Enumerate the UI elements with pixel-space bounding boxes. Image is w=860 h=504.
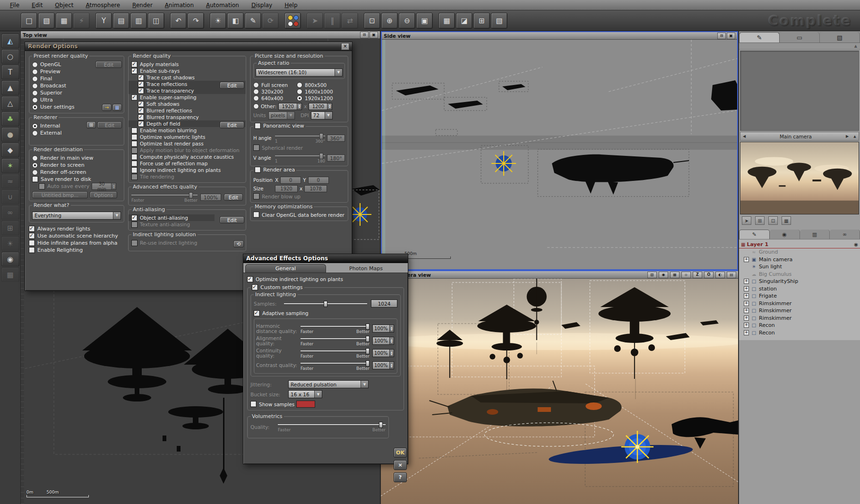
renderer-edit-button[interactable]: Edit — [97, 121, 122, 128]
side-view-titlebar[interactable]: Side view ⊡▣ — [382, 32, 737, 40]
expand-icon[interactable]: + — [744, 330, 749, 335]
preset-radio[interactable]: Ultra — [32, 96, 121, 103]
camera-view-titlebar[interactable]: Camera view ▧◉▦▫ZO◐▤ — [381, 271, 738, 279]
display-mode-icon[interactable]: ▧ — [647, 272, 657, 278]
antialiasing-checkbox[interactable]: Object anti-aliasing — [129, 214, 215, 221]
sidebar-tab[interactable]: ▭ — [780, 32, 820, 43]
expand-icon[interactable]: + — [744, 257, 749, 262]
toolbar-button[interactable]: □ — [21, 13, 37, 29]
scene-object-row[interactable]: + □ Rimskimmer — [739, 315, 860, 322]
optimize-plants-checkbox[interactable]: Optimize indirect lighting on plants — [247, 276, 404, 282]
area-width-spinner[interactable]: 1920 — [275, 185, 298, 192]
scene-object-row[interactable]: + □ Recon — [739, 322, 860, 329]
render-area-checkbox[interactable]: Render area — [255, 167, 295, 173]
quality-checkbox[interactable]: Enable super-sampling — [131, 94, 243, 101]
scene-object-row[interactable]: + ☁ Big Cumulus — [739, 271, 860, 278]
properties-panel[interactable] — [740, 51, 859, 131]
toolbar-button[interactable]: ⇄ — [342, 13, 358, 29]
camera-preview[interactable] — [740, 142, 859, 214]
aspect-tab[interactable]: ▥ — [800, 230, 830, 239]
expand-icon[interactable]: + — [744, 308, 749, 313]
quality-checkbox[interactable]: Trace cast shadows — [131, 74, 243, 81]
toolbar-button[interactable]: ✎ — [245, 13, 261, 29]
toolbar-button[interactable]: ⚡ — [73, 13, 90, 29]
viewport-titlebar-icon[interactable]: ⊡ — [360, 32, 369, 38]
aspect-tab[interactable]: ◉ — [770, 230, 800, 239]
preview-button[interactable]: ⊞ — [755, 216, 765, 225]
toolbar-button[interactable]: ➤ — [307, 13, 323, 29]
expand-icon[interactable]: + — [744, 301, 749, 306]
collapse-preview-icon[interactable]: ▲ — [851, 135, 859, 138]
preset-radio[interactable]: Final — [32, 75, 121, 82]
v-angle-slider[interactable] — [275, 153, 325, 159]
panoramic-checkbox[interactable]: Panoramic view — [255, 123, 304, 129]
preset-radio[interactable]: Preview — [32, 68, 121, 75]
autosave-checkbox[interactable]: Auto save every 30 min▲▼ — [32, 183, 121, 190]
custom-settings-checkbox[interactable]: Custom settings — [252, 284, 303, 290]
sidebar-tab[interactable]: ✎ — [739, 32, 780, 43]
tool-button[interactable]: ≈ — [1, 174, 19, 188]
tool-button[interactable]: ◉ — [1, 252, 19, 266]
tool-button[interactable]: △ — [1, 96, 19, 111]
destination-radio[interactable]: Render to screen — [32, 162, 121, 169]
toolbar-button[interactable]: Y — [95, 13, 112, 29]
tool-button[interactable]: ▦ — [1, 267, 19, 282]
expand-icon[interactable]: + — [744, 323, 749, 328]
tool-button[interactable]: ○ — [1, 49, 19, 64]
expand-icon[interactable]: + — [744, 279, 749, 284]
menu-item[interactable]: Animation — [159, 2, 200, 9]
display-mode-icon[interactable]: O — [704, 272, 714, 278]
preview-button[interactable]: ▦ — [782, 216, 791, 225]
quality-slider[interactable] — [301, 348, 370, 354]
menu-item[interactable]: Object — [49, 2, 79, 9]
resolution-radio[interactable]: Full screen — [253, 82, 297, 88]
render-flag-checkbox[interactable]: Hide infinite planes from alpha — [29, 239, 124, 247]
refresh-indirect-icon[interactable]: ⟲ — [233, 240, 244, 248]
network-render-icon[interactable]: ⊞ — [86, 121, 96, 128]
expand-icon[interactable]: + — [744, 286, 749, 291]
quality-checkbox[interactable]: Blurred reflections — [131, 107, 243, 114]
aspect-tab[interactable]: ∞ — [830, 230, 860, 239]
adaptive-sampling-checkbox[interactable]: Adaptive sampling — [254, 310, 397, 316]
destination-radio[interactable]: Render off-screen — [32, 169, 121, 176]
quality-checkbox[interactable]: Compute physically accurate caustics — [131, 154, 243, 160]
help-button[interactable]: ? — [394, 472, 407, 482]
samples-value[interactable]: 1024 — [371, 299, 397, 308]
tool-button[interactable]: ✶ — [1, 158, 19, 173]
expand-icon[interactable]: + — [744, 293, 749, 299]
tool-button[interactable]: ⊞ — [1, 221, 19, 235]
dialog-tab[interactable]: General — [245, 264, 326, 273]
scene-object-row[interactable]: + □ Rimskimmer — [739, 307, 860, 315]
scene-object-row[interactable]: + □ Recon — [739, 329, 860, 337]
spherical-render-checkbox[interactable]: Spherical render — [253, 145, 345, 151]
scene-object-row[interactable]: + ☀ Sun light — [739, 263, 860, 271]
display-mode-icon[interactable]: Z — [693, 272, 702, 278]
toolbar-button[interactable]: ◪ — [456, 13, 473, 29]
quality-value-spinner[interactable]: 100%▲▼ — [372, 349, 394, 357]
display-mode-icon[interactable]: ▤ — [727, 272, 736, 278]
preview-button[interactable]: ⊡ — [768, 216, 778, 225]
toolbar-button[interactable]: ☀ — [210, 13, 226, 29]
quality-slider[interactable] — [301, 323, 370, 329]
antialiasing-edit-button[interactable]: Edit — [220, 216, 244, 223]
area-x-spinner[interactable]: 0 — [280, 177, 301, 184]
h-angle-slider[interactable] — [275, 133, 325, 139]
quality-checkbox[interactable]: Blurred transparency — [131, 114, 243, 120]
quality-checkbox[interactable]: Optimize volumetric lights — [131, 134, 243, 140]
scene-object-row[interactable]: + □ SingularityShip — [739, 278, 860, 285]
tool-button[interactable]: ◭ — [1, 34, 19, 48]
tool-button[interactable]: ∞ — [1, 205, 19, 220]
resolution-radio[interactable]: 320x200 — [253, 88, 297, 95]
preset-edit-button[interactable]: Edit — [95, 61, 122, 68]
resolution-radio[interactable]: 640x400 — [253, 95, 297, 102]
render-flag-checkbox[interactable]: Enable Relighting — [29, 247, 124, 254]
scene-object-row[interactable]: + □ station — [739, 285, 860, 293]
toolbar-button[interactable]: ◧ — [227, 13, 244, 29]
menu-item[interactable]: Atmosphere — [79, 2, 126, 9]
top-view-titlebar[interactable]: Top view ⊡▣ — [21, 31, 380, 39]
quality-checkbox[interactable]: Force use of reflection map — [131, 160, 243, 167]
tool-button[interactable]: ☀ — [1, 236, 19, 251]
toolbar-button[interactable]: ◫ — [148, 13, 164, 29]
units-dropdown[interactable]: pixels▼ — [268, 111, 295, 120]
menu-item[interactable]: Render — [126, 2, 159, 9]
